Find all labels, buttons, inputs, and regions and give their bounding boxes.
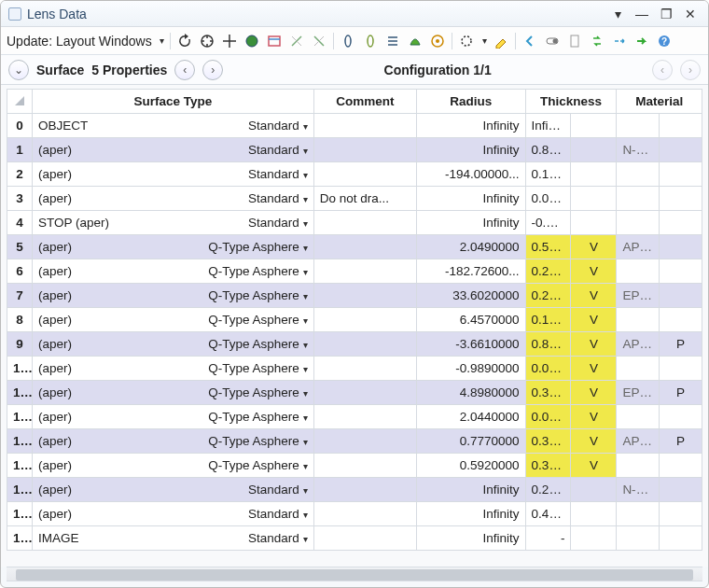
- col-material[interactable]: Material: [617, 90, 702, 114]
- thickness-cell[interactable]: 0.8000000: [525, 138, 571, 162]
- corner-cell[interactable]: [7, 90, 33, 114]
- row-number[interactable]: 7: [7, 284, 33, 308]
- row-number[interactable]: 5: [7, 235, 33, 259]
- thickness-cell[interactable]: -: [525, 526, 571, 551]
- close-button[interactable]: ✕: [680, 6, 701, 22]
- row-number[interactable]: 14: [7, 454, 33, 478]
- surface-type-cell[interactable]: (aper)Standard▾: [33, 502, 314, 526]
- surface-type-cell[interactable]: (aper)Q-Type Asphere▾: [33, 235, 314, 259]
- material-solve-flag[interactable]: [660, 502, 702, 526]
- comment-cell[interactable]: [313, 284, 416, 308]
- table-row[interactable]: 9(aper)Q-Type Asphere▾-3.66100000.860942…: [7, 332, 702, 357]
- thickness-solve-flag[interactable]: V: [571, 235, 617, 259]
- row-number[interactable]: 8: [7, 308, 33, 332]
- material-solve-flag[interactable]: [660, 114, 702, 138]
- row-number[interactable]: 10: [7, 357, 33, 381]
- radius-cell[interactable]: Infinity: [417, 478, 526, 502]
- material-solve-flag[interactable]: [660, 308, 702, 332]
- material-solve-flag[interactable]: P: [660, 332, 702, 357]
- material-solve-flag[interactable]: [660, 526, 702, 551]
- surface-type-dropdown[interactable]: Q-Type Asphere▾: [208, 458, 308, 472]
- surface-type-dropdown[interactable]: Standard▾: [248, 143, 308, 157]
- surface-type-dropdown[interactable]: Q-Type Asphere▾: [208, 313, 308, 327]
- surface-type-dropdown[interactable]: Q-Type Asphere▾: [208, 434, 308, 448]
- comment-cell[interactable]: [313, 235, 416, 259]
- comment-cell[interactable]: [313, 381, 416, 405]
- help-icon[interactable]: ?: [656, 33, 673, 49]
- thickness-cell[interactable]: 0.1500000: [525, 162, 571, 187]
- thickness-solve-flag[interactable]: [571, 187, 617, 211]
- thickness-cell[interactable]: 0.0970814: [525, 405, 571, 429]
- radius-cell[interactable]: 4.8980000: [417, 381, 526, 405]
- row-number[interactable]: 6: [7, 259, 33, 284]
- comment-cell[interactable]: [313, 478, 416, 502]
- material-cell[interactable]: [617, 187, 660, 211]
- table-row[interactable]: 3(aper)Standard▾Do not dra...Infinity0.0…: [7, 187, 702, 211]
- thickness-solve-flag[interactable]: V: [571, 308, 617, 332]
- material-solve-flag[interactable]: [660, 478, 702, 502]
- thickness-cell[interactable]: 0.3213899: [525, 454, 571, 478]
- material-solve-flag[interactable]: [660, 284, 702, 308]
- surface-type-dropdown[interactable]: Standard▾: [248, 119, 308, 133]
- material-cell[interactable]: APL5014C: [617, 429, 660, 454]
- material-cell[interactable]: EP10000: [617, 381, 660, 405]
- update-dropdown-icon[interactable]: ▾: [160, 35, 164, 46]
- surface-type-cell[interactable]: (aper)Standard▾: [33, 187, 314, 211]
- table-row[interactable]: 4STOP (aper)Standard▾Infinity-0.05500...: [7, 211, 702, 235]
- restore-button[interactable]: ❐: [656, 6, 676, 22]
- radius-cell[interactable]: 2.0440000: [417, 405, 526, 429]
- comment-cell[interactable]: [313, 114, 416, 138]
- stack-icon[interactable]: [384, 33, 401, 49]
- swap-icon[interactable]: [589, 33, 605, 49]
- col-thickness[interactable]: Thickness: [525, 90, 617, 114]
- col-radius[interactable]: Radius: [417, 90, 526, 114]
- thickness-solve-flag[interactable]: V: [571, 332, 617, 357]
- material-cell[interactable]: N-BK7: [617, 478, 660, 502]
- row-number[interactable]: 3: [7, 187, 33, 211]
- radius-cell[interactable]: 0.7770000: [417, 429, 526, 454]
- comment-cell[interactable]: [313, 211, 416, 235]
- scrollbar-thumb[interactable]: [16, 569, 693, 581]
- thickness-cell[interactable]: 0.4750000: [525, 502, 571, 526]
- radius-cell[interactable]: Infinity: [417, 114, 526, 138]
- comment-cell[interactable]: [313, 454, 416, 478]
- material-solve-flag[interactable]: P: [660, 381, 702, 405]
- back-arrow-icon[interactable]: [521, 33, 538, 49]
- radius-cell[interactable]: Infinity: [417, 187, 526, 211]
- crosshair-icon[interactable]: [221, 33, 238, 49]
- thickness-solve-flag[interactable]: V: [571, 381, 617, 405]
- surface-type-cell[interactable]: (aper)Standard▾: [33, 478, 314, 502]
- expand-toggle-button[interactable]: ⌄: [8, 60, 29, 80]
- surface-type-dropdown[interactable]: Q-Type Asphere▾: [208, 337, 308, 351]
- col-surface-type[interactable]: Surface Type: [33, 90, 314, 114]
- material-solve-flag[interactable]: [660, 162, 702, 187]
- thickness-solve-flag[interactable]: [571, 138, 617, 162]
- prev-surface-button[interactable]: ‹: [174, 60, 195, 80]
- material-icon[interactable]: [407, 33, 424, 49]
- aperture-icon[interactable]: [458, 33, 475, 49]
- surface-type-dropdown[interactable]: Standard▾: [248, 216, 308, 230]
- surface-type-dropdown[interactable]: Q-Type Asphere▾: [208, 385, 308, 399]
- surface-type-cell[interactable]: IMAGEStandard▾: [33, 526, 314, 551]
- surface-type-cell[interactable]: (aper)Q-Type Asphere▾: [33, 405, 314, 429]
- surface-type-dropdown[interactable]: Standard▾: [248, 507, 308, 521]
- table-row[interactable]: 16(aper)Standard▾Infinity0.4750000: [7, 502, 702, 526]
- thickness-solve-flag[interactable]: V: [571, 284, 617, 308]
- surface-type-cell[interactable]: (aper)Q-Type Asphere▾: [33, 259, 314, 284]
- thickness-cell[interactable]: 0.3063333: [525, 429, 571, 454]
- table-row[interactable]: 13(aper)Q-Type Asphere▾0.77700000.306333…: [7, 429, 702, 454]
- row-number[interactable]: 13: [7, 429, 33, 454]
- lens-front-icon[interactable]: [340, 33, 356, 49]
- material-solve-flag[interactable]: [660, 357, 702, 381]
- row-number[interactable]: 11: [7, 381, 33, 405]
- surface-type-dropdown[interactable]: Q-Type Asphere▾: [208, 240, 308, 254]
- thickness-solve-flag[interactable]: [571, 162, 617, 187]
- material-cell[interactable]: [617, 526, 660, 551]
- refresh-icon[interactable]: [176, 33, 193, 49]
- surface-type-cell[interactable]: STOP (aper)Standard▾: [33, 211, 314, 235]
- table-row[interactable]: 12(aper)Q-Type Asphere▾2.04400000.097081…: [7, 405, 702, 429]
- thickness-cell[interactable]: 0.2100000: [525, 478, 571, 502]
- row-number[interactable]: 16: [7, 502, 33, 526]
- material-cell[interactable]: [617, 454, 660, 478]
- table-row[interactable]: 10(aper)Q-Type Asphere▾-0.98900000.06564…: [7, 357, 702, 381]
